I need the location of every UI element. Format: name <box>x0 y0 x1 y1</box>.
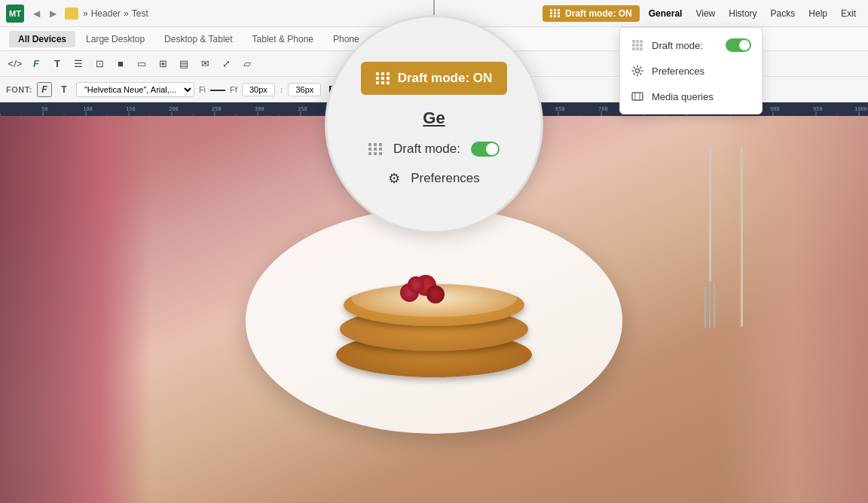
svg-rect-7 <box>636 47 639 50</box>
breadcrumb: » Header » Test <box>83 8 148 19</box>
zoom-draft-icon <box>376 72 390 84</box>
zoom-draft-row: Draft mode: <box>368 142 500 157</box>
svg-text:900: 900 <box>770 106 780 112</box>
history-menu-item[interactable]: History <box>723 5 763 22</box>
font-style-btn[interactable]: F <box>27 55 45 73</box>
svg-rect-8 <box>640 47 643 50</box>
tab-all-devices[interactable]: All Devices <box>9 31 75 47</box>
svg-rect-0 <box>632 40 635 43</box>
list-btn[interactable]: ☰ <box>69 55 87 73</box>
raspberry-4 <box>408 276 424 293</box>
knife-container <box>735 146 747 357</box>
raspberry-3 <box>426 285 445 303</box>
dropdown-preferences-item[interactable]: Preferences <box>620 58 762 84</box>
svg-text:200: 200 <box>169 106 179 112</box>
dropdown-draft-item[interactable]: Draft mode: <box>620 32 762 58</box>
zoom-draft-row-label: Draft mode: <box>393 142 460 157</box>
nav-arrows: ◀ ▶ <box>29 6 60 21</box>
resize-btn[interactable]: ⤢ <box>217 55 235 73</box>
line-height-input[interactable] <box>288 83 321 96</box>
draft-grid-icon <box>631 38 644 52</box>
zoom-pref-icon: ⚙ <box>388 170 400 187</box>
svg-rect-3 <box>632 44 635 47</box>
svg-text:300: 300 <box>255 106 264 112</box>
breadcrumb-folder[interactable]: Header <box>91 8 121 19</box>
knife-blade <box>741 146 743 327</box>
app-container: MT ◀ ▶ » Header » Test Draft mode: ON <box>0 0 868 503</box>
tab-desktop-tablet[interactable]: Desktop & Tablet <box>155 31 242 47</box>
underline-indicator <box>210 90 225 91</box>
fork-container <box>702 146 717 357</box>
font-italic-btn[interactable]: F <box>37 82 52 97</box>
zoom-pref-row: ⚙ Preferences <box>388 170 480 187</box>
general-menu-item[interactable]: General <box>643 5 689 22</box>
help-menu-item[interactable]: Help <box>802 5 833 22</box>
left-petals <box>0 116 151 503</box>
svg-text:50: 50 <box>41 106 47 112</box>
draft-mode-button[interactable]: Draft mode: ON <box>542 5 640 22</box>
dropdown-preferences-label: Preferences <box>652 66 704 77</box>
table-btn[interactable]: ▤ <box>175 55 193 73</box>
svg-rect-1 <box>636 40 639 43</box>
zoom-overlay: Draft mode: ON Ge Draft mode: <box>325 0 543 233</box>
nav-menu: General View History Packs Help Exit <box>643 5 862 22</box>
tab-large-desktop[interactable]: Large Desktop <box>77 31 154 47</box>
draft-mode-icon <box>550 9 561 17</box>
fork-tines <box>702 283 717 328</box>
fork-handle <box>709 146 711 282</box>
pancake-stack <box>329 227 539 377</box>
draft-mode-label: Draft mode: ON <box>565 8 632 19</box>
dropdown-draft-label: Draft mode: <box>652 40 703 51</box>
tab-tablet-phone[interactable]: Tablet & Phone <box>243 31 322 47</box>
folder-icon <box>65 8 78 20</box>
svg-text:1000: 1000 <box>854 106 867 112</box>
top-bar-right: Draft mode: ON General View History Pack… <box>542 5 862 22</box>
draft-toggle[interactable] <box>726 38 751 52</box>
zoom-draft-label: Draft mode: ON <box>398 71 493 86</box>
frame-btn[interactable]: ▭ <box>133 55 151 73</box>
zoom-general-link[interactable]: Ge <box>423 108 445 128</box>
svg-rect-2 <box>640 40 643 43</box>
svg-rect-5 <box>640 44 643 47</box>
fi-label: Fi <box>199 85 206 94</box>
svg-text:150: 150 <box>126 106 136 112</box>
svg-text:650: 650 <box>555 106 565 112</box>
preferences-icon <box>631 64 644 78</box>
line-height-icon: ↕ <box>280 85 284 94</box>
svg-rect-10 <box>632 93 643 100</box>
font-size-input[interactable] <box>242 83 275 96</box>
dropdown-media-label: Media queries <box>652 91 714 102</box>
section-btn[interactable]: ⊞ <box>154 55 172 73</box>
email-btn[interactable]: ✉ <box>196 55 214 73</box>
zoom-draft-row-icon <box>368 143 383 155</box>
font-label: FONT: <box>6 85 32 94</box>
breadcrumb-current: Test <box>132 8 148 19</box>
packs-menu-item[interactable]: Packs <box>765 5 802 22</box>
font-family-select[interactable]: "Helvetica Neue", Arial,... <box>76 82 194 97</box>
image-btn[interactable]: ⊡ <box>90 55 108 73</box>
draft-dropdown: Draft mode: Preferences Media queries <box>619 27 763 114</box>
view-menu-item[interactable]: View <box>689 5 721 22</box>
svg-point-9 <box>636 69 640 73</box>
breadcrumb-sep2: » <box>124 8 129 19</box>
text-btn[interactable]: T <box>48 55 66 73</box>
forward-button[interactable]: ▶ <box>45 6 60 21</box>
zoom-connector <box>433 0 435 15</box>
svg-text:350: 350 <box>298 106 307 112</box>
exit-menu-item[interactable]: Exit <box>835 5 862 22</box>
breadcrumb-sep1: » <box>83 8 88 19</box>
code-btn[interactable]: </> <box>6 55 24 73</box>
zoom-draft-button[interactable]: Draft mode: ON <box>361 62 508 95</box>
zoom-pref-label: Preferences <box>411 171 480 186</box>
svg-rect-6 <box>632 47 635 50</box>
shape-btn[interactable]: ▱ <box>238 55 256 73</box>
svg-text:950: 950 <box>813 106 823 112</box>
app-logo: MT <box>6 5 24 23</box>
back-button[interactable]: ◀ <box>29 6 44 21</box>
dropdown-media-item[interactable]: Media queries <box>620 84 762 109</box>
svg-text:700: 700 <box>598 106 608 112</box>
block-btn[interactable]: ■ <box>112 55 130 73</box>
svg-text:100: 100 <box>83 106 93 112</box>
zoom-toggle[interactable] <box>471 142 500 157</box>
svg-rect-4 <box>636 44 639 47</box>
